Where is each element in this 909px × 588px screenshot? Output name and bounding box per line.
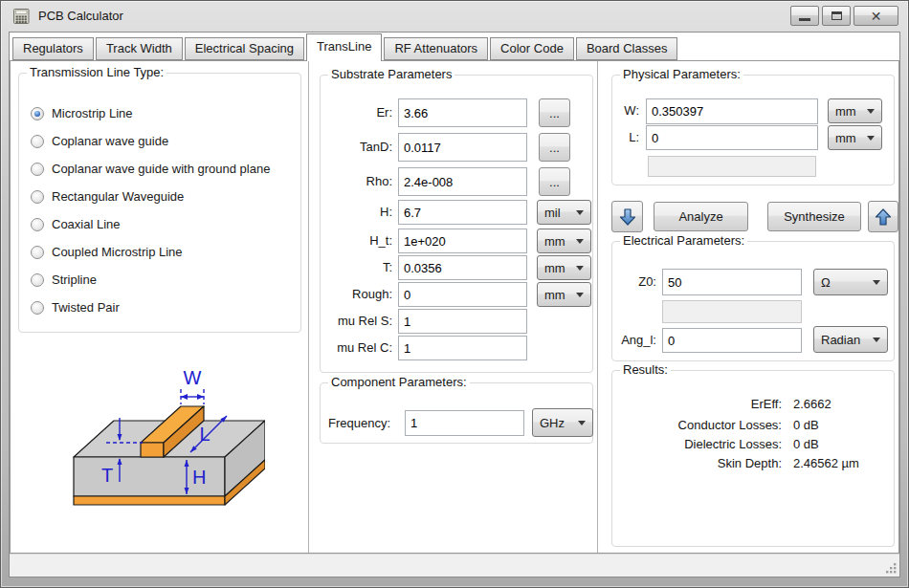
result-value: 2.46562 µm [793, 456, 859, 470]
l-unit-dropdown[interactable]: mm [828, 125, 882, 150]
transline-page: Transmission Line Type: Microstrip Line … [10, 60, 899, 554]
column-separator [597, 61, 598, 553]
l-label: L: [616, 130, 639, 145]
close-button[interactable]: ✕ [854, 6, 898, 26]
resize-grip[interactable] [885, 562, 898, 575]
radio-icon [31, 301, 44, 315]
component-parameters-group: Component Parameters: Frequency: GHz [320, 382, 593, 444]
result-conductor-losses: Conductor Losses:0 dB [612, 418, 819, 432]
chevron-down-icon [576, 210, 584, 215]
group-title: Substrate Parameters [328, 67, 454, 81]
radio-label: Twisted Pair [52, 300, 120, 315]
radio-icon [31, 163, 44, 176]
analyze-button[interactable]: Analyze [654, 202, 748, 231]
rough-input[interactable] [398, 282, 527, 307]
radio-microstrip-line[interactable]: Microstrip Line [31, 105, 133, 121]
electrical-readout-field [662, 300, 802, 323]
l-input[interactable] [646, 125, 818, 150]
tand-label: TanD: [321, 140, 392, 155]
w-input[interactable] [646, 98, 818, 124]
tab-regulators[interactable]: Regulators [12, 37, 94, 60]
z0-unit-dropdown[interactable]: Ω [813, 269, 888, 295]
er-input[interactable] [398, 98, 527, 127]
transmission-line-type-group: Transmission Line Type: Microstrip Line … [18, 73, 301, 333]
tab-transline[interactable]: TransLine [306, 33, 382, 61]
result-value: 2.6662 [793, 397, 831, 411]
rho-more-button[interactable]: ... [539, 167, 570, 196]
unit-label: mm [835, 104, 856, 119]
titlebar[interactable]: PCB Calculator ✕ [1, 1, 908, 31]
z0-input[interactable] [662, 269, 802, 295]
ang-l-unit-dropdown[interactable]: Radian [813, 326, 888, 353]
dim-t-label: T [101, 465, 113, 486]
analyze-direction-button[interactable] [611, 201, 643, 232]
radio-twisted-pair[interactable]: Twisted Pair [31, 299, 120, 316]
h-input[interactable] [398, 200, 527, 225]
chevron-down-icon [576, 239, 584, 244]
blue-down-arrow-icon [617, 207, 638, 228]
results-group: Results: ErEff:2.6662 Conductor Losses:0… [611, 370, 895, 547]
frequency-unit-dropdown[interactable]: GHz [532, 408, 593, 437]
ang-l-input[interactable] [662, 328, 802, 353]
chevron-down-icon [578, 421, 586, 425]
rough-label: Rough: [321, 287, 392, 302]
unit-label: GHz [540, 416, 565, 430]
tab-bar: Regulators Track Width Electrical Spacin… [10, 33, 899, 60]
result-label: Dielectric Losses: [612, 437, 782, 451]
tab-board-classes[interactable]: Board Classes [576, 37, 678, 60]
radio-label: Coplanar wave guide [52, 134, 168, 148]
group-title: Results: [620, 362, 671, 377]
client-area: Regulators Track Width Electrical Spacin… [9, 32, 900, 577]
tab-color-code[interactable]: Color Code [490, 37, 574, 60]
blue-up-arrow-icon [873, 207, 894, 228]
mu-rel-s-input[interactable] [398, 309, 527, 334]
radio-stripline[interactable]: Stripline [31, 272, 97, 288]
tand-more-button[interactable]: ... [539, 133, 570, 162]
tab-track-width[interactable]: Track Width [96, 37, 183, 60]
chevron-down-icon [867, 136, 875, 141]
tab-rf-attenuators[interactable]: RF Attenuators [384, 37, 488, 60]
t-input[interactable] [398, 255, 527, 280]
w-unit-dropdown[interactable]: mm [828, 98, 882, 123]
radio-coplanar-wave-guide-ground[interactable]: Coplanar wave guide with ground plane [31, 161, 270, 177]
mu-rel-s-label: mu Rel S: [321, 314, 392, 329]
er-more-button[interactable]: ... [539, 98, 570, 127]
radio-rectangular-waveguide[interactable]: Rectangular Waveguide [31, 188, 184, 205]
synthesize-direction-button[interactable] [868, 201, 898, 232]
t-unit-dropdown[interactable]: mm [537, 255, 591, 280]
chevron-down-icon [576, 266, 584, 271]
column-separator [308, 61, 309, 553]
ht-input[interactable] [398, 229, 527, 253]
tab-electrical-spacing[interactable]: Electrical Spacing [185, 37, 304, 60]
radio-icon [31, 246, 44, 259]
rough-unit-dropdown[interactable]: mm [537, 282, 591, 307]
ht-unit-dropdown[interactable]: mm [537, 229, 591, 253]
h-unit-dropdown[interactable]: mil [537, 200, 591, 225]
tand-input[interactable] [398, 133, 527, 162]
substrate-parameters-group: Substrate Parameters Er: ... TanD: ... R… [320, 75, 593, 373]
radio-icon [31, 190, 44, 204]
maximize-button[interactable] [822, 6, 851, 26]
t-label: T: [321, 260, 392, 275]
unit-label: mil [544, 206, 561, 220]
minimize-button[interactable] [790, 6, 819, 26]
mu-rel-c-input[interactable] [398, 336, 527, 360]
rho-input[interactable] [398, 167, 527, 196]
unit-label: Radian [821, 333, 860, 347]
dim-l-label: L [199, 424, 210, 445]
radio-label: Microstrip Line [52, 106, 133, 120]
synthesize-button[interactable]: Synthesize [767, 202, 861, 231]
frequency-input[interactable] [405, 410, 524, 436]
radio-coplanar-wave-guide[interactable]: Coplanar wave guide [31, 133, 168, 149]
unit-label: mm [544, 234, 565, 249]
microstrip-diagram: W L T H [64, 358, 265, 541]
ang-l-label: Ang_l: [612, 333, 656, 348]
unit-label: mm [544, 261, 565, 275]
radio-coupled-microstrip-line[interactable]: Coupled Microstrip Line [31, 244, 183, 260]
more-label: ... [549, 106, 560, 120]
chevron-down-icon [873, 338, 880, 342]
h-label: H: [321, 205, 392, 220]
group-title: Transmission Line Type: [27, 65, 166, 79]
radio-coaxial-line[interactable]: Coaxial Line [31, 216, 121, 232]
result-label: ErEff: [612, 397, 782, 411]
